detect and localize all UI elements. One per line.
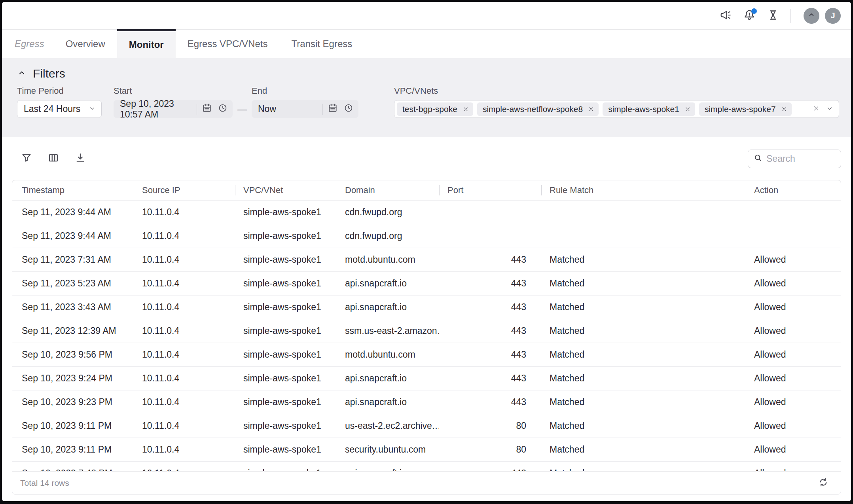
filter-rows-button[interactable]: [17, 150, 36, 168]
close-icon[interactable]: [781, 104, 787, 114]
table-row[interactable]: Sep 10, 2023 9:56 PM 10.11.0.4 simple-aw…: [12, 343, 841, 366]
cell-source-ip: 10.11.0.4: [134, 326, 235, 336]
cell-rule-match: Matched: [541, 302, 746, 313]
cell-port: 443: [439, 326, 541, 336]
cell-domain: cdn.fwupd.org: [337, 231, 439, 241]
table-row[interactable]: Sep 10, 2023 9:11 PM 10.11.0.4 simple-aw…: [12, 438, 841, 461]
cell-domain: security.ubuntu.com: [337, 444, 439, 455]
table-row[interactable]: Sep 10, 2023 9:23 PM 10.11.0.4 simple-aw…: [12, 390, 841, 414]
table-row[interactable]: Sep 11, 2023 9:44 AM 10.11.0.4 simple-aw…: [12, 224, 841, 248]
cell-rule-match: Matched: [541, 421, 746, 431]
filters-collapse-toggle[interactable]: Filters: [2, 58, 89, 80]
refresh-button[interactable]: [815, 474, 832, 492]
cell-action: Allowed: [746, 302, 841, 313]
cell-domain: ssm.us-east-2.amazon…: [337, 326, 439, 336]
notification-dot: [751, 8, 757, 14]
cell-timestamp: Sep 11, 2023 12:39 AM: [12, 326, 134, 336]
download-icon: [75, 152, 86, 165]
cell-vpc-vnet: simple-aws-spoke1: [235, 231, 337, 241]
cell-domain: api.snapcraft.io: [337, 468, 439, 471]
cell-port: 80: [439, 421, 541, 431]
time-period-select[interactable]: Last 24 Hours: [17, 100, 102, 118]
clear-selection-icon[interactable]: [813, 104, 820, 114]
clock-icon[interactable]: [218, 103, 228, 116]
cell-source-ip: 10.11.0.4: [134, 349, 235, 360]
cell-domain: motd.ubuntu.com: [337, 254, 439, 265]
search-input[interactable]: [766, 153, 836, 164]
table-row[interactable]: Sep 11, 2023 12:39 AM 10.11.0.4 simple-a…: [12, 319, 841, 343]
columns-button[interactable]: [44, 150, 63, 168]
cell-domain: api.snapcraft.io: [337, 373, 439, 384]
avatar-initial: J: [830, 11, 835, 20]
cell-vpc-vnet: simple-aws-spoke1: [235, 207, 337, 218]
cell-source-ip: 10.11.0.4: [134, 302, 235, 313]
org-avatar[interactable]: [804, 8, 819, 24]
cell-action: Allowed: [746, 349, 841, 360]
start-datetime-input[interactable]: Sep 10, 2023 10:57 AM: [114, 100, 233, 118]
cell-timestamp: Sep 11, 2023 9:44 AM: [12, 207, 134, 218]
filters-fields: Time Period Last 24 Hours Start Sep 10, …: [2, 86, 851, 118]
table-row[interactable]: Sep 10, 2023 9:24 PM 10.11.0.4 simple-aw…: [12, 366, 841, 390]
cell-vpc-vnet: simple-aws-spoke1: [235, 349, 337, 360]
cell-port: 443: [439, 349, 541, 360]
close-icon[interactable]: [685, 104, 690, 114]
cell-vpc-vnet: simple-aws-spoke1: [235, 468, 337, 471]
close-icon[interactable]: [588, 104, 594, 114]
cell-action: Allowed: [746, 326, 841, 336]
table-row[interactable]: Sep 11, 2023 9:44 AM 10.11.0.4 simple-aw…: [12, 200, 841, 224]
cell-rule-match: Matched: [541, 468, 746, 471]
toolbar-buttons: [17, 150, 89, 168]
cell-source-ip: 10.11.0.4: [134, 468, 235, 471]
cell-domain: motd.ubuntu.com: [337, 349, 439, 360]
cell-vpc-vnet: simple-aws-spoke1: [235, 444, 337, 455]
end-value: Now: [258, 104, 318, 114]
table-row[interactable]: Sep 11, 2023 5:23 AM 10.11.0.4 simple-aw…: [12, 271, 841, 295]
cell-action: Allowed: [746, 254, 841, 265]
column-header-rule-match: Rule Match: [541, 180, 746, 200]
tab-monitor[interactable]: Monitor: [117, 29, 176, 58]
refresh-icon: [818, 477, 829, 489]
column-header-action: Action: [746, 180, 841, 200]
table-row[interactable]: Sep 11, 2023 3:43 AM 10.11.0.4 simple-aw…: [12, 295, 841, 319]
cell-vpc-vnet: simple-aws-spoke1: [235, 397, 337, 407]
table-row[interactable]: Sep 11, 2023 7:31 AM 10.11.0.4 simple-aw…: [12, 248, 841, 271]
column-header-vpc-vnet: VPC/VNet: [235, 180, 337, 200]
download-button[interactable]: [71, 150, 89, 168]
tab-transit-egress[interactable]: Transit Egress: [279, 30, 364, 58]
clock-icon[interactable]: [343, 103, 354, 116]
user-avatar[interactable]: J: [825, 8, 841, 24]
tab-overview[interactable]: Overview: [54, 30, 117, 58]
cell-timestamp: Sep 10, 2023 9:11 PM: [12, 444, 134, 455]
cell-domain: api.snapcraft.io: [337, 278, 439, 289]
tasks-button[interactable]: [764, 7, 782, 25]
start-value: Sep 10, 2023 10:57 AM: [120, 99, 192, 120]
close-icon[interactable]: [463, 104, 468, 114]
input-divider: [322, 104, 323, 115]
cell-vpc-vnet: simple-aws-spoke1: [235, 421, 337, 431]
calendar-icon[interactable]: [328, 103, 338, 116]
time-period-value: Last 24 Hours: [24, 104, 80, 114]
calendar-icon[interactable]: [202, 103, 212, 116]
chevron-down-icon[interactable]: [826, 104, 833, 114]
vpc-vnets-multiselect[interactable]: test-bgp-spoke simple-aws-netflow-spoke8…: [394, 100, 839, 118]
table-row[interactable]: Sep 10, 2023 9:11 PM 10.11.0.4 simple-aw…: [12, 414, 841, 438]
cell-port: 443: [439, 302, 541, 313]
cell-source-ip: 10.11.0.4: [134, 254, 235, 265]
cell-vpc-vnet: simple-aws-spoke1: [235, 278, 337, 289]
cell-rule-match: Matched: [541, 373, 746, 384]
topbar-divider: [790, 9, 791, 23]
tab-egress-vpc-vnets[interactable]: Egress VPC/VNets: [176, 30, 280, 58]
cell-rule-match: Matched: [541, 254, 746, 265]
announcements-button[interactable]: [717, 7, 734, 25]
cell-rule-match: Matched: [541, 444, 746, 455]
cell-source-ip: 10.11.0.4: [134, 231, 235, 241]
table-row[interactable]: Sep 10, 2023 7:48 PM 10.11.0.4 simple-aw…: [12, 461, 841, 471]
column-header-port: Port: [439, 180, 541, 200]
end-datetime-input[interactable]: Now: [252, 100, 358, 118]
vpc-vnets-field: VPC/VNets test-bgp-spoke simple-aws-netf…: [394, 86, 839, 118]
cell-timestamp: Sep 10, 2023 9:23 PM: [12, 397, 134, 407]
notifications-button[interactable]: [741, 7, 758, 25]
cell-port: 443: [439, 468, 541, 471]
time-period-label: Time Period: [17, 86, 102, 96]
cell-domain: api.snapcraft.io: [337, 397, 439, 407]
